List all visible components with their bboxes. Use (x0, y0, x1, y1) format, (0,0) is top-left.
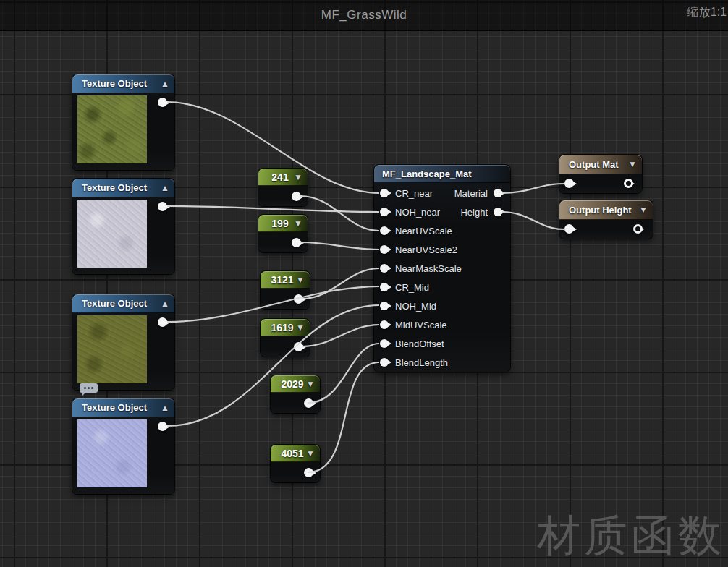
constant-node-2029[interactable]: 2029 ▼ (271, 375, 320, 413)
pin-label: NOH_Mid (395, 301, 436, 312)
node-title: Texture Object (82, 298, 147, 309)
collapse-arrow-icon[interactable]: ▲ (161, 299, 169, 308)
texture-thumbnail (77, 315, 147, 383)
wire-material-to-output-mat (502, 184, 564, 193)
node-header: 2029 ▼ (271, 375, 320, 393)
pin-label: CR_near (395, 188, 433, 199)
dropdown-arrow-icon[interactable]: ▼ (294, 173, 302, 182)
dropdown-arrow-icon[interactable]: ▼ (639, 205, 648, 214)
node-title: Output Height (569, 205, 632, 216)
output-pin[interactable] (304, 398, 313, 408)
wire-241-to-nearuvscale (300, 196, 379, 231)
output-height-node[interactable]: Output Height ▼ (559, 200, 653, 239)
output-pin[interactable] (294, 294, 303, 304)
output-pin[interactable] (292, 238, 301, 247)
wire-height-to-output-height (502, 212, 564, 229)
input-pin[interactable] (380, 226, 389, 235)
pin-label: CR_Mid (395, 282, 429, 293)
output-pin[interactable] (304, 468, 313, 477)
texture-thumbnail (77, 95, 147, 163)
dropdown-arrow-icon[interactable]: ▼ (306, 380, 315, 388)
input-pin[interactable] (564, 224, 574, 234)
constant-value: 199 (271, 218, 288, 229)
material-graph-canvas[interactable]: 材质函数 Texture Object ▲ Texture Object ▲ T… (0, 0, 728, 567)
texture-object-node-1[interactable]: Texture Object ▲ (72, 74, 174, 170)
input-row: BlendOffset (374, 334, 510, 353)
wire-199-to-nearuvscale2 (300, 242, 379, 250)
input-row: NOH_Mid (374, 297, 510, 315)
node-title: Output Mat (569, 159, 619, 170)
output-pin[interactable] (158, 202, 167, 211)
collapse-arrow-icon[interactable]: ▲ (161, 80, 169, 88)
texture-object-node-4[interactable]: Texture Object ▲ (72, 398, 174, 494)
input-pin[interactable] (380, 339, 389, 348)
input-pin[interactable] (380, 264, 389, 273)
constant-value: 241 (271, 171, 288, 183)
input-pin[interactable] (380, 245, 389, 254)
node-title: Texture Object (82, 402, 147, 413)
input-pin[interactable] (380, 189, 389, 197)
constant-node-4051[interactable]: 4051 ▼ (271, 445, 320, 482)
input-pin[interactable] (564, 179, 574, 188)
pin-label: NearUVScale (395, 226, 452, 236)
pin-label: MidUVScale (395, 320, 447, 331)
output-row-material: Material (454, 184, 502, 202)
function-node-mf-landscape-mat[interactable]: MF_Landscape_Mat CR_near NOH_near NearUV… (374, 165, 510, 372)
input-pin[interactable] (380, 283, 389, 291)
wire-3121-to-nearmaskscale (302, 268, 379, 299)
result-pin[interactable] (633, 224, 643, 234)
node-header: 4051 ▼ (271, 445, 320, 462)
output-pin[interactable] (494, 208, 502, 216)
dropdown-arrow-icon[interactable]: ▼ (628, 160, 637, 169)
node-header: 1619 ▼ (261, 319, 310, 336)
pin-label: Height (460, 207, 488, 218)
node-header: Texture Object ▲ (72, 179, 174, 197)
node-header: Output Mat ▼ (559, 155, 642, 174)
node-title: Texture Object (82, 78, 147, 89)
node-header: 3121 ▼ (261, 271, 310, 289)
constant-value: 4051 (281, 448, 303, 459)
constant-node-241[interactable]: 241 ▼ (258, 169, 308, 206)
collapse-arrow-icon[interactable]: ▲ (161, 184, 169, 192)
texture-object-node-3[interactable]: Texture Object ▲ (72, 294, 174, 390)
constant-node-3121[interactable]: 3121 ▼ (261, 271, 310, 309)
output-pin[interactable] (494, 189, 502, 197)
input-pin[interactable] (380, 320, 389, 329)
input-pin[interactable] (380, 358, 389, 367)
input-row: BlendLength (374, 353, 510, 372)
texture-object-node-2[interactable]: Texture Object ▲ (72, 179, 174, 274)
node-title: Texture Object (82, 182, 147, 193)
output-pin[interactable] (158, 317, 167, 327)
output-pin[interactable] (158, 98, 167, 107)
output-mat-node[interactable]: Output Mat ▼ (559, 155, 642, 193)
result-pin[interactable] (624, 179, 633, 188)
dropdown-arrow-icon[interactable]: ▼ (306, 449, 315, 458)
input-pin[interactable] (380, 302, 389, 310)
pin-label: NearUVScale2 (395, 244, 457, 255)
material-function-watermark: 材质函数 (537, 507, 725, 566)
graph-title-bar: MF_GrassWild 缩放1:1 (0, 0, 728, 31)
pin-label: BlendLength (395, 357, 448, 368)
node-header: Texture Object ▲ (72, 294, 174, 313)
node-header: 199 ▼ (258, 215, 308, 232)
pin-label: NOH_near (395, 207, 440, 218)
output-pin[interactable] (294, 342, 303, 351)
constant-value: 2029 (281, 378, 303, 390)
output-pin[interactable] (158, 422, 167, 431)
pin-label: NearMaskScale (395, 263, 462, 274)
dropdown-arrow-icon[interactable]: ▼ (296, 276, 305, 284)
output-pin[interactable] (292, 192, 301, 201)
comment-bubble-icon[interactable] (80, 383, 98, 393)
constant-node-1619[interactable]: 1619 ▼ (261, 319, 310, 357)
output-row-height: Height (460, 202, 502, 221)
dropdown-arrow-icon[interactable]: ▼ (296, 323, 305, 332)
input-pin[interactable] (380, 208, 389, 216)
node-header: MF_Landscape_Mat (374, 165, 510, 183)
input-row: NearUVScale (374, 221, 510, 240)
collapse-arrow-icon[interactable]: ▲ (161, 404, 169, 412)
dropdown-arrow-icon[interactable]: ▼ (294, 219, 302, 228)
node-header: 241 ▼ (258, 169, 308, 186)
input-row: NearUVScale2 (374, 240, 510, 259)
constant-node-199[interactable]: 199 ▼ (258, 215, 308, 252)
zoom-level-indicator: 缩放1:1 (687, 0, 727, 30)
